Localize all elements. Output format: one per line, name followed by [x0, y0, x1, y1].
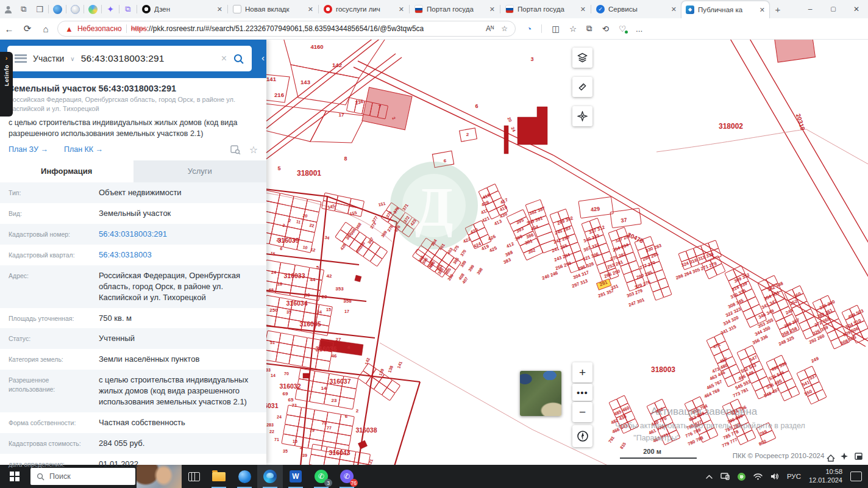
close-tab-icon[interactable]: ✕: [489, 5, 495, 13]
split-screen-icon[interactable]: ◫: [552, 24, 560, 34]
map-label: 316032: [279, 382, 301, 390]
browser-essentials-icon[interactable]: ♡: [619, 24, 626, 34]
map-label: 266 250: [603, 268, 621, 279]
close-tab-icon[interactable]: ✕: [671, 5, 677, 13]
action-center-icon[interactable]: [850, 472, 862, 481]
map-label: 464 769: [703, 387, 720, 400]
favorite-star-icon[interactable]: ☆: [249, 144, 258, 156]
table-row: Статус:Учтенный: [0, 328, 266, 349]
collapse-panel-icon[interactable]: ‹: [261, 52, 265, 63]
search-category[interactable]: Участки: [33, 54, 64, 63]
display-cast-icon[interactable]: [720, 473, 730, 480]
divider: [101, 5, 102, 13]
tab-pkk-active[interactable]: Публичная ка ✕: [681, 1, 770, 18]
https-struck: https: [131, 24, 147, 33]
workspaces-icon[interactable]: ⧉: [16, 4, 32, 14]
divider: [119, 5, 119, 13]
tab-services[interactable]: Услуги: [133, 160, 267, 182]
more-icon[interactable]: ...: [636, 24, 642, 34]
circle-multicolor-icon[interactable]: [85, 5, 101, 14]
home-icon[interactable]: [827, 455, 834, 461]
zoom-in-button[interactable]: +: [572, 362, 592, 382]
tab-new-tab[interactable]: Новая вкладк ✕: [229, 0, 318, 18]
spark-blue-icon[interactable]: ✦: [102, 4, 118, 14]
map-label: ПКК © Росреестр 2010-2024: [733, 452, 825, 459]
fullscreen-icon[interactable]: [855, 453, 862, 459]
home-icon[interactable]: ⌂: [37, 24, 55, 34]
layers-button[interactable]: [572, 48, 592, 68]
clock[interactable]: 10:5812.01.2024: [809, 468, 842, 485]
plan-kk-link[interactable]: План КК →: [64, 145, 103, 154]
close-tab-icon[interactable]: ✕: [308, 5, 313, 13]
maximize-button[interactable]: ▢: [822, 0, 845, 18]
cadastral-quarter-link[interactable]: 56:43:0318003: [99, 249, 258, 260]
window-icon[interactable]: ❒: [32, 5, 48, 14]
tab-gosuslugi[interactable]: госуслуги лич ✕: [319, 0, 408, 18]
read-aloud-icon[interactable]: Aᴺ: [486, 24, 494, 33]
tab-portal-1[interactable]: Портал госуда ✕: [410, 0, 499, 18]
antivirus-icon[interactable]: [738, 473, 745, 481]
tab-servisy[interactable]: Сервисы ✕: [592, 0, 681, 18]
plan-zu-link[interactable]: План ЗУ →: [9, 145, 48, 154]
map-label: 249: [810, 356, 819, 364]
favorites-icon[interactable]: ☆: [569, 24, 577, 34]
map-label: 358: [343, 298, 352, 304]
map-label: 121: [367, 458, 374, 465]
security-warning[interactable]: Небезопасно: [77, 24, 122, 33]
locate-button[interactable]: [572, 106, 592, 126]
viber-button[interactable]: ✆76: [334, 465, 360, 488]
collections-icon[interactable]: ⧉: [586, 24, 592, 34]
map-label: 353: [335, 286, 344, 292]
map-label: 44: [310, 277, 316, 282]
close-tab-icon[interactable]: ✕: [580, 5, 586, 13]
zoom-levels-button[interactable]: •••: [572, 384, 592, 401]
minimize-button[interactable]: –: [799, 0, 822, 18]
wifi-icon[interactable]: [753, 473, 763, 480]
search-input[interactable]: 56:43:0318003:291: [81, 53, 215, 64]
favorite-star-icon[interactable]: ☆: [501, 24, 508, 33]
copilot-icon[interactable]: ◔: [527, 24, 532, 34]
preview-search-icon[interactable]: [230, 145, 241, 154]
letinfo-sidetab[interactable]: › Letinfo: [0, 52, 13, 117]
compass-button[interactable]: [572, 425, 592, 447]
edge-globe-icon[interactable]: [49, 5, 65, 14]
map-label: 69: [283, 391, 288, 396]
history-icon[interactable]: ⟲: [602, 24, 609, 34]
map-label: 142: [332, 62, 342, 68]
map-label: 419: [480, 243, 489, 251]
circle-gray-icon[interactable]: [67, 5, 83, 14]
new-tab-button[interactable]: +: [770, 4, 786, 15]
avatar-icon[interactable]: [0, 5, 16, 14]
map-label: 6: [280, 246, 283, 251]
close-tab-icon[interactable]: ✕: [217, 5, 222, 13]
chevron-down-icon[interactable]: ∨: [70, 56, 74, 62]
word-button[interactable]: W: [283, 465, 308, 488]
volume-icon[interactable]: [770, 473, 779, 480]
zoom-out-button[interactable]: −: [572, 402, 592, 422]
tab-information[interactable]: Информация: [0, 160, 133, 182]
close-tab-icon[interactable]: ✕: [399, 5, 404, 13]
map-canvas[interactable]: Д 31800131800231800331603931603331603431…: [266, 39, 868, 465]
search-icon[interactable]: [233, 53, 244, 65]
clear-icon[interactable]: ×: [221, 53, 227, 64]
tab-portal-2[interactable]: Портал госуда ✕: [501, 0, 590, 18]
url-field[interactable]: ▲ Небезопасно https://pkk.rosreestr.ru/#…: [57, 21, 516, 37]
menu-icon[interactable]: [15, 54, 27, 63]
map-label: 327 287: [614, 233, 632, 244]
refresh-icon[interactable]: ⟳: [18, 23, 37, 34]
tab-dzen[interactable]: Дзен ✕: [138, 0, 227, 18]
center-star-icon[interactable]: [841, 453, 848, 460]
squares-purple-icon[interactable]: ⧉: [120, 4, 136, 14]
search-box[interactable]: Участки ∨ 56:43:0318003:291 ×: [7, 46, 252, 71]
show-hidden-icons-chevron[interactable]: [706, 475, 713, 479]
map-label: 412: [505, 241, 514, 249]
cadastral-number-link[interactable]: 56:43:0318003:291: [99, 229, 258, 240]
close-tab-icon[interactable]: ✕: [760, 6, 765, 14]
whatsapp-button[interactable]: ✆3: [308, 465, 334, 488]
minimap-thumbnail[interactable]: [520, 371, 561, 416]
back-icon[interactable]: ←: [0, 24, 18, 34]
map-label: 10: [302, 245, 308, 249]
ruler-button[interactable]: [572, 77, 592, 97]
language-indicator[interactable]: РУС: [787, 473, 801, 480]
close-window-button[interactable]: ✕: [845, 0, 868, 18]
